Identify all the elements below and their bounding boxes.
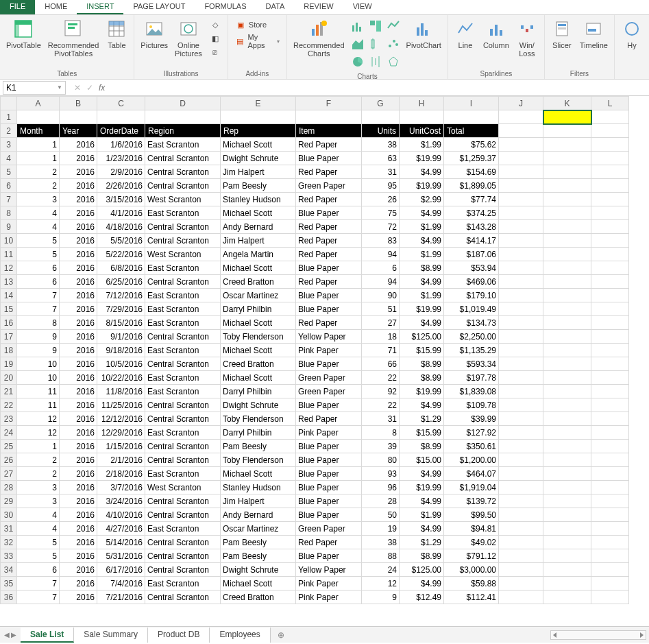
cell-L5[interactable] [591, 165, 629, 179]
cell-K32[interactable] [543, 536, 591, 549]
cell-D8[interactable]: East Scranton [145, 206, 221, 220]
cell-B13[interactable]: 2016 [60, 275, 97, 289]
row-header-8[interactable]: 8 [1, 206, 17, 220]
cell-L32[interactable] [591, 536, 629, 549]
row-header-33[interactable]: 33 [1, 549, 17, 563]
cell-J13[interactable] [499, 275, 543, 289]
spark-winloss-button[interactable]: Win/ Loss [513, 16, 541, 59]
cell-I33[interactable]: $791.12 [444, 549, 499, 563]
cell-C29[interactable]: 3/24/2016 [97, 494, 145, 508]
cell-G18[interactable]: 71 [362, 344, 400, 357]
cell-F36[interactable]: Pink Paper [296, 591, 362, 604]
cell-F22[interactable]: Blue Paper [296, 398, 362, 412]
cell-C21[interactable]: 11/8/2016 [97, 385, 145, 398]
cell-H19[interactable]: $8.99 [400, 357, 444, 371]
cell-B26[interactable]: 2016 [60, 453, 97, 467]
cell-G6[interactable]: 95 [362, 179, 400, 193]
cell-I13[interactable]: $469.06 [444, 275, 499, 289]
screenshot-button[interactable]: ⎚ [210, 45, 221, 59]
cell-K6[interactable] [543, 179, 591, 193]
cell-E11[interactable]: Angela Martin [221, 248, 296, 261]
sheet-tab-product-db[interactable]: Product DB [148, 628, 210, 643]
cell-K18[interactable] [543, 344, 591, 357]
cell-F26[interactable]: Blue Paper [296, 453, 362, 467]
cell-D28[interactable]: West Scranton [145, 481, 221, 494]
cell-I4[interactable]: $1,259.37 [444, 152, 499, 165]
cell-K13[interactable] [543, 275, 591, 289]
cell-A34[interactable]: 6 [17, 563, 60, 577]
cell-L28[interactable] [591, 481, 629, 494]
cell-F19[interactable]: Blue Paper [296, 357, 362, 371]
row-header-28[interactable]: 28 [1, 481, 17, 494]
row-header-18[interactable]: 18 [1, 344, 17, 357]
cell-K17[interactable] [543, 330, 591, 344]
cell-A6[interactable]: 2 [17, 179, 60, 193]
row-header-30[interactable]: 30 [1, 508, 17, 522]
cell-B19[interactable]: 2016 [60, 357, 97, 371]
cell-C15[interactable]: 7/29/2016 [97, 302, 145, 316]
sheet-nav-next-icon[interactable]: ▶ [11, 631, 16, 639]
cell-B25[interactable]: 2016 [60, 440, 97, 453]
cell-D32[interactable]: Central Scranton [145, 536, 221, 549]
cell-F20[interactable]: Green Paper [296, 371, 362, 385]
cell-K21[interactable] [543, 385, 591, 398]
cell-A31[interactable]: 4 [17, 522, 60, 536]
cell-H15[interactable]: $19.99 [400, 302, 444, 316]
cell-H33[interactable]: $8.99 [400, 549, 444, 563]
tab-insert[interactable]: INSERT [77, 0, 123, 14]
cell-E4[interactable]: Dwight Schrute [221, 152, 296, 165]
cell-G30[interactable]: 50 [362, 508, 400, 522]
cell-A9[interactable]: 4 [17, 220, 60, 234]
cell-J20[interactable] [499, 371, 543, 385]
cell-F31[interactable]: Green Paper [296, 522, 362, 536]
scatter-chart-button[interactable] [385, 36, 402, 52]
cell-E8[interactable]: Michael Scott [221, 206, 296, 220]
cell-A35[interactable]: 7 [17, 577, 60, 591]
cell-E1[interactable] [221, 110, 296, 124]
cell-A25[interactable]: 1 [17, 440, 60, 453]
cell-D12[interactable]: East Scranton [145, 261, 221, 275]
row-header-32[interactable]: 32 [1, 536, 17, 549]
cell-A23[interactable]: 12 [17, 412, 60, 426]
cell-J4[interactable] [499, 152, 543, 165]
cell-D34[interactable]: Central Scranton [145, 563, 221, 577]
table-button[interactable]: Table [102, 16, 131, 51]
cell-C27[interactable]: 2/18/2016 [97, 467, 145, 481]
cell-B22[interactable]: 2016 [60, 398, 97, 412]
cell-H32[interactable]: $1.29 [400, 536, 444, 549]
cell-J34[interactable] [499, 563, 543, 577]
row-header-36[interactable]: 36 [1, 591, 17, 604]
cell-C14[interactable]: 7/12/2016 [97, 289, 145, 302]
cell-G29[interactable]: 28 [362, 494, 400, 508]
header-cell-K[interactable] [543, 124, 591, 138]
fx-icon[interactable]: fx [99, 83, 105, 93]
cell-K5[interactable] [543, 165, 591, 179]
cell-F6[interactable]: Green Paper [296, 179, 362, 193]
cell-L26[interactable] [591, 453, 629, 467]
cell-E9[interactable]: Andy Bernard [221, 220, 296, 234]
cell-G13[interactable]: 94 [362, 275, 400, 289]
row-header-17[interactable]: 17 [1, 330, 17, 344]
tab-home[interactable]: HOME [35, 0, 77, 14]
bar-chart-button[interactable] [350, 18, 366, 34]
cell-I29[interactable]: $139.72 [444, 494, 499, 508]
cell-E30[interactable]: Andy Bernard [221, 508, 296, 522]
cell-G14[interactable]: 90 [362, 289, 400, 302]
cell-L4[interactable] [591, 152, 629, 165]
cell-E7[interactable]: Stanley Hudson [221, 193, 296, 206]
cell-J16[interactable] [499, 316, 543, 330]
cell-E32[interactable]: Pam Beesly [221, 536, 296, 549]
cell-I17[interactable]: $2,250.00 [444, 330, 499, 344]
cell-J23[interactable] [499, 412, 543, 426]
cell-E34[interactable]: Dwight Schrute [221, 563, 296, 577]
cell-A3[interactable]: 1 [17, 138, 60, 152]
col-header-L[interactable]: L [591, 97, 629, 110]
cell-C28[interactable]: 3/7/2016 [97, 481, 145, 494]
cell-B4[interactable]: 2016 [60, 152, 97, 165]
cell-A27[interactable]: 2 [17, 467, 60, 481]
cell-F9[interactable]: Red Paper [296, 220, 362, 234]
cell-H30[interactable]: $1.99 [400, 508, 444, 522]
cell-I30[interactable]: $99.50 [444, 508, 499, 522]
cell-F30[interactable]: Blue Paper [296, 508, 362, 522]
cell-D19[interactable]: Central Scranton [145, 357, 221, 371]
